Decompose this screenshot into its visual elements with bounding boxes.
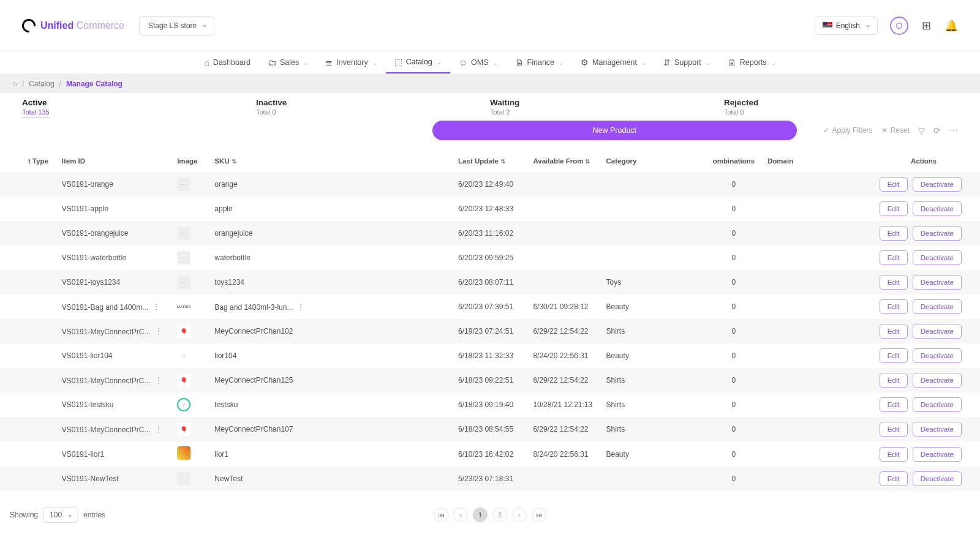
- apply-filters-button[interactable]: ✓Apply Filters: [823, 126, 873, 135]
- deactivate-button[interactable]: Deactivate: [913, 177, 962, 192]
- chevron-down-icon: ⌄: [559, 59, 564, 66]
- bell-icon[interactable]: 🔔: [944, 19, 958, 32]
- cell-combinations: 0: [706, 172, 761, 197]
- tab-waiting[interactable]: WaitingTotal 2: [490, 96, 724, 119]
- nav-oms[interactable]: ☺OMS⌄: [450, 51, 507, 73]
- edit-button[interactable]: Edit: [880, 471, 908, 486]
- edit-button[interactable]: Edit: [880, 348, 908, 363]
- deactivate-button[interactable]: Deactivate: [913, 201, 962, 216]
- cell-category: [600, 221, 706, 246]
- cell-last-update: 6/18/23 08:54:55: [452, 417, 527, 441]
- tab-rejected[interactable]: RejectedTotal 0: [724, 96, 958, 119]
- col-category[interactable]: Category: [600, 146, 706, 172]
- table-row: VS0191-Bag and 1400m...⋮MATRIXBag and 14…: [0, 294, 980, 319]
- col-image[interactable]: Image: [171, 146, 208, 172]
- deactivate-button[interactable]: Deactivate: [913, 250, 962, 265]
- chevron-down-icon: ⌄: [706, 59, 710, 66]
- reset-button[interactable]: ✕Reset: [881, 126, 910, 135]
- deactivate-button[interactable]: Deactivate: [913, 299, 962, 314]
- deactivate-button[interactable]: Deactivate: [913, 471, 962, 486]
- page-prev-button[interactable]: ‹: [453, 508, 468, 522]
- col-last-update[interactable]: Last Update⇅: [452, 146, 527, 172]
- table-row: VS0191-appleapple6/20/23 12:48:330EditDe…: [0, 197, 980, 221]
- deactivate-button[interactable]: Deactivate: [913, 373, 962, 388]
- edit-button[interactable]: Edit: [880, 250, 908, 265]
- deactivate-button[interactable]: Deactivate: [913, 397, 962, 412]
- nav-dashboard[interactable]: ⌂Dashboard: [195, 51, 259, 73]
- more-vert-icon[interactable]: ⋮: [154, 375, 163, 385]
- tab-active[interactable]: ActiveTotal 135: [22, 96, 256, 119]
- language-selector[interactable]: English: [815, 17, 878, 35]
- apps-grid-icon[interactable]: ⊞: [922, 19, 931, 32]
- page-2-button[interactable]: 2: [492, 508, 507, 522]
- cell-category: Shirts: [600, 368, 706, 392]
- cell-sku: orange: [208, 172, 333, 197]
- more-vert-icon[interactable]: ⋮: [152, 302, 160, 312]
- edit-button[interactable]: Edit: [880, 177, 908, 192]
- edit-button[interactable]: Edit: [880, 201, 908, 216]
- col-type[interactable]: t Type: [0, 146, 56, 172]
- more-icon[interactable]: ⋯: [949, 126, 958, 135]
- edit-button[interactable]: Edit: [880, 373, 908, 388]
- deactivate-button[interactable]: Deactivate: [913, 275, 962, 290]
- page-next-button[interactable]: ›: [512, 508, 527, 522]
- cell-sku: MeyConnectPrChan102: [208, 319, 333, 343]
- more-vert-icon[interactable]: ⋮: [154, 424, 163, 434]
- page-last-button[interactable]: ⏭: [532, 508, 546, 522]
- cell-last-update: 6/10/23 16:42:02: [452, 441, 527, 467]
- breadcrumb-item[interactable]: Catalog: [29, 80, 54, 88]
- filter-icon[interactable]: ▽: [918, 126, 925, 135]
- col-available-from[interactable]: Available From⇅: [527, 146, 600, 172]
- deactivate-button[interactable]: Deactivate: [913, 422, 962, 437]
- cell-last-update: 6/20/23 12:49:40: [452, 172, 527, 197]
- nav-finance[interactable]: 🗎Finance⌄: [507, 51, 572, 73]
- brand-text-2: Commerce: [77, 20, 124, 31]
- brand: Unified Commerce: [22, 19, 124, 32]
- page-first-button[interactable]: ⏮: [434, 508, 448, 522]
- nav-support[interactable]: ⇵Support⌄: [655, 51, 719, 73]
- home-icon[interactable]: ⌂: [12, 79, 17, 88]
- nav-catalog[interactable]: ⬚Catalog⌄: [386, 51, 450, 73]
- store-selector[interactable]: Stage LS store: [139, 16, 214, 36]
- table-row: VS0191-orange⋯orange6/20/23 12:49:400Edi…: [0, 172, 980, 197]
- edit-button[interactable]: Edit: [880, 275, 908, 290]
- edit-button[interactable]: Edit: [880, 299, 908, 314]
- edit-button[interactable]: Edit: [880, 324, 908, 339]
- cell-image: MATRIX: [171, 294, 208, 319]
- entries-label: entries: [83, 511, 105, 519]
- deactivate-button[interactable]: Deactivate: [913, 348, 962, 363]
- edit-button[interactable]: Edit: [880, 397, 908, 412]
- deactivate-button[interactable]: Deactivate: [913, 447, 962, 462]
- edit-button[interactable]: Edit: [880, 422, 908, 437]
- cell-category: [600, 467, 706, 491]
- col-combinations[interactable]: ombinations: [706, 146, 761, 172]
- tab-inactive[interactable]: InactiveTotal 0: [256, 96, 490, 119]
- cell-available-from: 6/30/21 09:28:12: [527, 294, 600, 319]
- more-vert-icon[interactable]: ⋮: [154, 326, 163, 336]
- deactivate-button[interactable]: Deactivate: [913, 324, 962, 339]
- new-product-button[interactable]: New Product: [432, 121, 797, 140]
- nav-inventory[interactable]: ≣Inventory⌄: [317, 51, 385, 73]
- avatar[interactable]: O: [890, 17, 908, 35]
- col-domain[interactable]: Domain: [761, 146, 867, 172]
- product-image-icon: ✓: [177, 398, 190, 411]
- product-image-icon: ⋯: [177, 251, 190, 264]
- pagesize-select[interactable]: 100: [43, 507, 78, 523]
- table-row: VS0191-toys1234⋯toys12346/20/23 08:07:11…: [0, 270, 980, 294]
- edit-button[interactable]: Edit: [880, 226, 908, 241]
- nav-management[interactable]: ⚙Management⌄: [572, 51, 655, 73]
- refresh-icon[interactable]: ⟳: [933, 126, 941, 135]
- cell-domain: [761, 467, 867, 491]
- nav-sales[interactable]: 🗂Sales⌄: [259, 51, 317, 73]
- nav-reports[interactable]: 🗎Reports⌄: [719, 51, 785, 73]
- col-item-id[interactable]: Item ID: [56, 146, 171, 172]
- deactivate-button[interactable]: Deactivate: [913, 226, 962, 241]
- col-sku[interactable]: SKU⇅: [208, 146, 333, 172]
- pager: ⏮ ‹ 1 2 › ⏭: [434, 508, 546, 522]
- page-1-button[interactable]: 1: [473, 508, 488, 522]
- chevron-down-icon: ⌄: [493, 59, 498, 66]
- more-vert-icon[interactable]: ⋮: [296, 302, 305, 312]
- edit-button[interactable]: Edit: [880, 447, 908, 462]
- cell-item-id: VS0191-MeyConnectPrC...⋮: [56, 319, 171, 343]
- cell-category: Shirts: [600, 392, 706, 417]
